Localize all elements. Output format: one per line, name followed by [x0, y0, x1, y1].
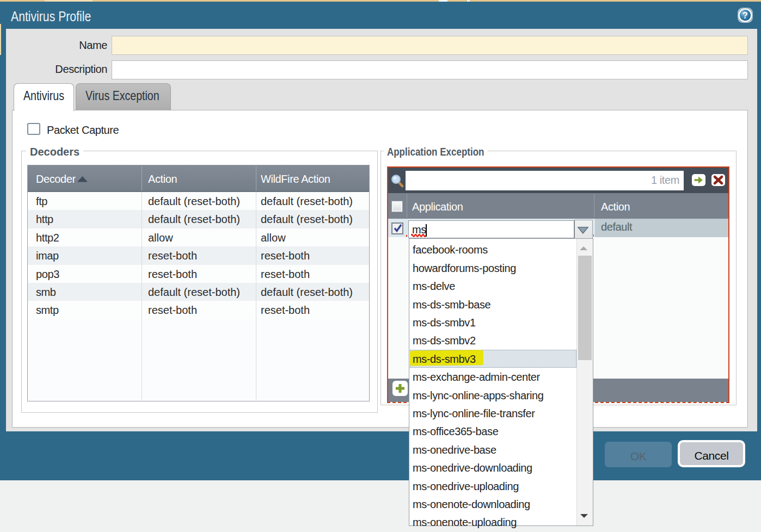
svg-text:?: ? — [742, 11, 748, 20]
